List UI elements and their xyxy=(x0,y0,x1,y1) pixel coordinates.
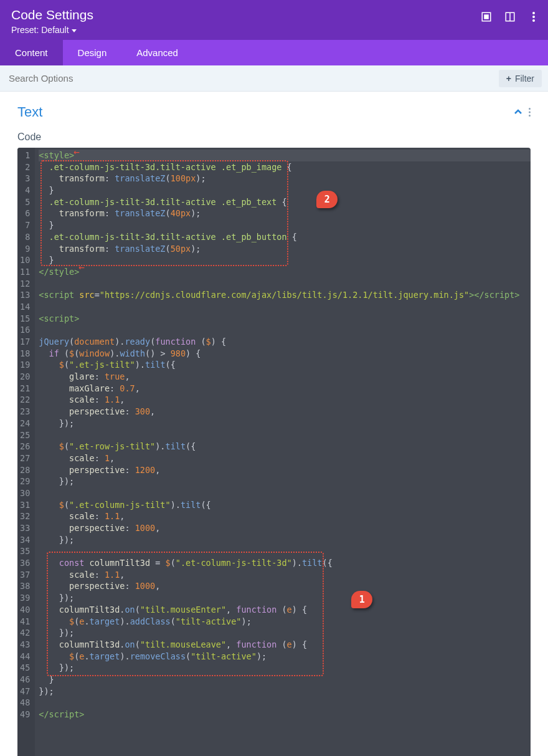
responsive-icon[interactable] xyxy=(481,11,492,22)
kebab-icon[interactable] xyxy=(528,11,539,22)
modal-header: Code Settings Preset: Default xyxy=(0,0,548,40)
modal-title: Code Settings xyxy=(11,7,537,22)
svg-point-9 xyxy=(529,115,531,117)
tab-content[interactable]: Content xyxy=(0,40,63,65)
collapse-icon[interactable] xyxy=(514,109,522,115)
line-gutter: 1234567891011121314151617181920212223242… xyxy=(17,148,35,756)
svg-point-4 xyxy=(532,12,535,14)
preset-dropdown[interactable]: Preset: Default xyxy=(11,25,537,35)
callout-1: 1 xyxy=(351,591,372,608)
section-kebab-icon[interactable] xyxy=(529,108,531,117)
svg-point-5 xyxy=(532,16,535,18)
panel-icon[interactable] xyxy=(504,11,516,22)
tab-design[interactable]: Design xyxy=(63,40,122,65)
svg-point-8 xyxy=(529,112,531,113)
svg-point-7 xyxy=(529,108,531,110)
code-body[interactable]: <style> .et-column-js-tilt-3d.tilt-activ… xyxy=(35,148,531,756)
tabs: Content Design Advanced xyxy=(0,40,548,65)
filter-button[interactable]: +Filter xyxy=(499,70,542,87)
search-bar: +Filter xyxy=(0,65,548,92)
svg-point-6 xyxy=(532,19,535,22)
tab-advanced[interactable]: Advanced xyxy=(121,40,193,65)
section-title: Text xyxy=(17,104,42,120)
search-input[interactable] xyxy=(6,69,499,87)
code-field-label: Code xyxy=(17,132,531,143)
callout-2: 2 xyxy=(316,191,338,208)
arrow-icon: ← xyxy=(73,148,80,157)
caret-down-icon xyxy=(72,29,77,32)
arrow-icon: ← xyxy=(78,262,85,272)
code-editor[interactable]: 1234567891011121314151617181920212223242… xyxy=(17,148,531,756)
svg-rect-1 xyxy=(484,15,488,19)
